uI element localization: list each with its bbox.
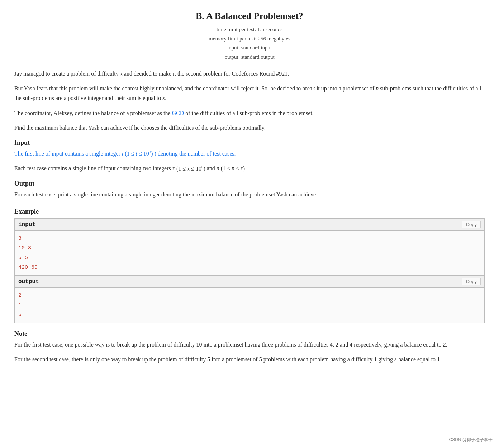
example-input-label: input xyxy=(18,221,35,228)
example-input-block: input Copy 310 35 5420 69 xyxy=(15,219,484,275)
note-heading: Note xyxy=(14,330,485,338)
note-bold-5b: 5 xyxy=(259,356,262,362)
gcd-link[interactable]: GCD xyxy=(172,110,184,116)
example-table: input Copy 310 35 5420 69 output Copy 21… xyxy=(14,218,485,323)
note-p1: For the first test case, one possible wa… xyxy=(14,340,485,349)
paragraph-4: Find the maximum balance that Yash can a… xyxy=(14,123,485,133)
example-input-body: 310 35 5420 69 xyxy=(15,231,484,275)
note-bold-5a: 5 xyxy=(207,356,210,362)
input-desc-1: The first line of input contains a singl… xyxy=(14,149,485,159)
var-x-3: x xyxy=(172,166,176,172)
output-heading: Output xyxy=(14,180,485,187)
input-line: 420 69 xyxy=(18,263,481,272)
output-desc: For each test case, print a single line … xyxy=(14,190,485,199)
input-desc-2: Each test case contains a single line of… xyxy=(14,163,485,173)
paragraph-1: Jay managed to create a problem of diffi… xyxy=(14,69,485,78)
example-output-header: output Copy xyxy=(15,276,484,288)
output-line: 1 xyxy=(18,300,481,310)
copy-output-button[interactable]: Copy xyxy=(462,278,481,285)
input-line: 3 xyxy=(18,234,481,243)
note-bold-1b: 1 xyxy=(437,356,440,362)
var-x-1: x xyxy=(120,71,123,77)
output-type: output: standard output xyxy=(14,53,485,62)
var-n-2: n xyxy=(217,166,221,172)
note-bold-4a: 4 xyxy=(330,342,333,348)
input-line: 5 5 xyxy=(18,253,481,263)
example-output-body: 216 xyxy=(15,288,484,323)
page-title: B. A Balanced Problemset? xyxy=(14,11,485,22)
paragraph-3: The coordinator, Aleksey, defines the ba… xyxy=(14,108,485,118)
input-heading: Input xyxy=(14,139,485,147)
output-line: 6 xyxy=(18,310,481,320)
time-limit: time limit per test: 1.5 seconds xyxy=(14,25,485,34)
memory-limit: memory limit per test: 256 megabytes xyxy=(14,34,485,44)
input-type: input: standard input xyxy=(14,43,485,53)
paragraph-2: But Yash fears that this problem will ma… xyxy=(14,84,485,103)
var-n: n xyxy=(376,85,379,91)
input-line: 10 3 xyxy=(18,243,481,253)
meta-info: time limit per test: 1.5 seconds memory … xyxy=(14,25,485,62)
note-bold-4b: 4 xyxy=(350,342,352,348)
note-bold-10: 10 xyxy=(196,342,202,348)
example-heading: Example xyxy=(14,208,485,215)
output-line: 2 xyxy=(18,291,481,300)
example-input-header: input Copy xyxy=(15,219,484,231)
note-p2: For the second test case, there is only … xyxy=(14,354,485,364)
note-section: Note For the first test case, one possib… xyxy=(14,330,485,364)
note-bold-1a: 1 xyxy=(374,356,377,362)
copy-input-button[interactable]: Copy xyxy=(462,221,481,228)
example-output-block: output Copy 216 xyxy=(15,275,484,323)
note-bold-2: 2 xyxy=(336,342,338,348)
example-output-label: output xyxy=(18,278,39,285)
